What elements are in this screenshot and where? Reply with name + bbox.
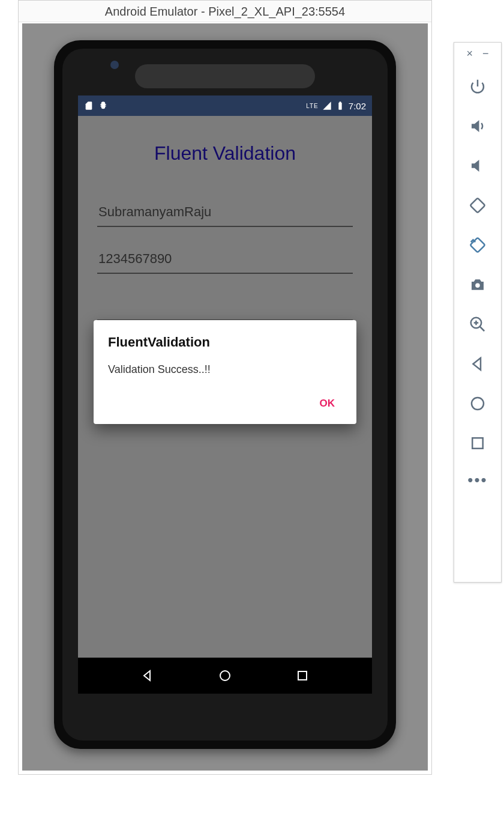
- app-content: Fluent Validation SubramanyamRaju 123456…: [78, 116, 372, 694]
- power-icon: [469, 77, 487, 95]
- signal-icon: [322, 101, 332, 111]
- dialog-title: FluentValidation: [108, 335, 342, 350]
- svg-rect-1: [298, 671, 307, 680]
- sdcard-icon: [84, 101, 94, 111]
- rotate-right-button[interactable]: [466, 228, 490, 262]
- toolbar-minimize-button[interactable]: −: [482, 47, 489, 60]
- svg-rect-2: [470, 198, 485, 213]
- network-label: LTE: [306, 103, 319, 109]
- home-circle-icon: [469, 395, 487, 413]
- back-button[interactable]: [466, 347, 490, 381]
- home-button[interactable]: [466, 387, 490, 420]
- emulator-window: Android Emulator - Pixel_2_XL_API_23:555…: [18, 0, 432, 775]
- zoom-button[interactable]: [466, 307, 490, 341]
- device-frame: LTE 7:02 Fluent Validation SubramanyamRa…: [54, 40, 396, 749]
- power-button[interactable]: [466, 70, 490, 103]
- window-title: Android Emulator - Pixel_2_XL_API_23:555…: [19, 1, 431, 22]
- screenshot-button[interactable]: [466, 268, 490, 301]
- volume-down-icon: [469, 157, 487, 175]
- zoom-in-icon: [469, 315, 487, 333]
- rotate-left-icon: [469, 196, 487, 214]
- bug-icon: [98, 101, 108, 111]
- svg-rect-7: [472, 438, 483, 449]
- device-screen: LTE 7:02 Fluent Validation SubramanyamRa…: [78, 95, 372, 694]
- volume-up-button[interactable]: [466, 109, 490, 143]
- dialog-ok-button[interactable]: OK: [313, 392, 343, 416]
- status-bar: LTE 7:02: [78, 95, 372, 116]
- dialog-ok-label: OK: [320, 398, 335, 409]
- toolbar-close-button[interactable]: ×: [466, 47, 473, 60]
- svg-point-4: [475, 283, 480, 288]
- front-camera: [110, 61, 119, 69]
- overview-button[interactable]: [466, 426, 490, 460]
- svg-point-6: [472, 398, 484, 410]
- more-button[interactable]: •••: [467, 471, 487, 489]
- emulator-toolbar: × − •••: [454, 42, 502, 583]
- system-navbar: [78, 658, 372, 694]
- nav-back-icon[interactable]: [141, 668, 155, 683]
- overview-square-icon: [469, 434, 487, 452]
- nav-recents-icon[interactable]: [295, 668, 310, 683]
- camera-icon: [469, 276, 487, 294]
- clock-label: 7:02: [349, 101, 366, 111]
- volume-down-button[interactable]: [466, 149, 490, 183]
- alert-dialog: FluentValidation Validation Success..!! …: [94, 320, 356, 424]
- rotate-left-button[interactable]: [466, 189, 490, 222]
- device-bezel: LTE 7:02 Fluent Validation SubramanyamRa…: [62, 49, 388, 741]
- battery-icon: [335, 101, 345, 111]
- speaker-grille: [135, 64, 315, 88]
- svg-point-0: [220, 671, 230, 680]
- volume-up-icon: [469, 117, 487, 135]
- dialog-message: Validation Success..!!: [108, 363, 342, 376]
- rotate-right-icon: [469, 236, 487, 254]
- back-triangle-icon: [469, 355, 487, 373]
- emulator-backdrop: LTE 7:02 Fluent Validation SubramanyamRa…: [22, 23, 428, 771]
- nav-home-icon[interactable]: [218, 668, 232, 683]
